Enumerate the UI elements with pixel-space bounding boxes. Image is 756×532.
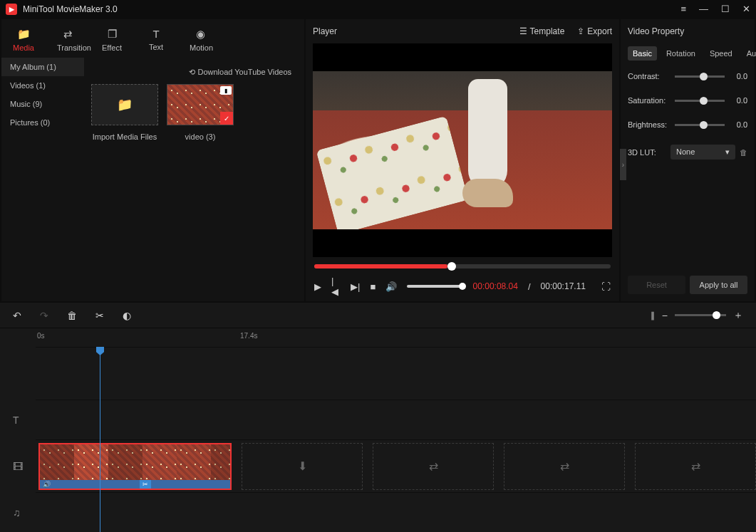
swap-icon: ⇄ — [429, 459, 438, 473]
text-icon: T — [145, 28, 167, 40]
slider-value: 0.0 — [729, 72, 747, 80]
volume-icon[interactable]: 🔊 — [385, 281, 397, 292]
collapse-properties-toggle[interactable]: › — [620, 149, 626, 180]
sidebar-item-3[interactable]: Pictures (0) — [1, 113, 84, 132]
motion-icon: ◉ — [190, 28, 211, 41]
slider-label: Saturation: — [628, 96, 670, 105]
reset-button[interactable]: Reset — [628, 276, 685, 294]
next-frame-button[interactable]: ▶| — [351, 281, 360, 292]
redo-button[interactable]: ↷ — [40, 310, 48, 321]
upload-icon: ⇪ — [577, 26, 584, 36]
import-media-label: Import Media Files — [91, 132, 158, 141]
media-grid: Download YouTube Videos 📁 Import Media F… — [84, 58, 304, 301]
brightness-slider[interactable] — [675, 124, 725, 126]
snap-icon[interactable]: ∥ — [651, 311, 655, 320]
split-button[interactable]: ✂ — [95, 310, 104, 321]
timeline-dropzone[interactable]: ⇄ — [373, 443, 494, 490]
timeline-dropzone[interactable]: ⬇ — [242, 443, 363, 490]
lut-select[interactable]: None ▾ — [670, 145, 735, 160]
tab-media[interactable]: 📁Media — [1, 24, 46, 58]
menu-icon[interactable]: ≡ — [680, 4, 686, 14]
module-tabs: 📁Media⇄Transition❐EffectTText◉Motion — [1, 19, 304, 58]
zoom-in-button[interactable]: ＋ — [733, 309, 743, 322]
prop-tab-rotation[interactable]: Rotation — [661, 46, 700, 61]
prev-frame-button[interactable]: |◀ — [331, 276, 341, 297]
seek-knob[interactable] — [447, 262, 456, 271]
zoom-out-button[interactable]: − — [662, 310, 668, 321]
time-total: 00:00:17.11 — [541, 281, 586, 291]
media-panel: 📁Media⇄Transition❐EffectTText◉Motion My … — [1, 19, 304, 301]
prop-tab-audio[interactable]: Audio — [742, 46, 756, 61]
prop-tab-basic[interactable]: Basic — [628, 46, 657, 61]
media-thumb-label: video (3) — [167, 132, 234, 141]
stop-button[interactable]: ■ — [370, 281, 376, 292]
titlebar: ▶ MiniTool MovieMaker 3.0 ≡ — ☐ ✕ — [0, 0, 756, 18]
video-preview — [313, 43, 612, 257]
folder-icon: 📁 — [117, 97, 133, 113]
volume-slider[interactable] — [407, 285, 462, 288]
overlay-track[interactable] — [36, 347, 756, 400]
swap-icon: ⇄ — [57, 28, 78, 41]
video-track-icon: 🎞 — [13, 461, 23, 472]
playhead[interactable] — [100, 347, 100, 532]
clip-split-marker[interactable]: ✂ — [140, 480, 151, 489]
time-separator: / — [528, 281, 531, 292]
zoom-slider[interactable] — [675, 314, 726, 316]
video-type-icon: ▮ — [220, 86, 232, 95]
contrast-slider[interactable] — [675, 75, 725, 78]
layers-icon: ❐ — [101, 28, 123, 41]
download-icon: ⬇ — [298, 459, 307, 473]
album-sidebar: My Album (1)Videos (1)Music (9)Pictures … — [1, 58, 84, 301]
timeline-dropzone[interactable]: ⇄ — [635, 443, 756, 490]
ruler-label: 0s — [37, 332, 45, 340]
folder-icon: 📁 — [13, 28, 34, 41]
clip-audio-icon: 🔊 — [43, 481, 51, 488]
timeline-toolbar: ↶ ↷ 🗑 ✂ ◐ ∥ − ＋ — [0, 303, 756, 328]
maximize-icon[interactable]: ☐ — [721, 4, 730, 14]
property-title: Video Property — [628, 26, 747, 36]
stack-icon: ☰ — [519, 26, 527, 36]
saturation-slider[interactable] — [675, 100, 725, 102]
app-title: MiniTool MovieMaker 3.0 — [23, 4, 118, 14]
timeline-body: T 🎞 🔊✂ ⬇⇄⇄⇄ ♫ — [0, 347, 756, 532]
seek-bar[interactable] — [314, 264, 611, 268]
media-thumbnail[interactable]: ▮ ✓ — [167, 84, 234, 125]
property-panel: Video Property BasicRotationSpeedAudio C… — [621, 19, 755, 301]
speed-button[interactable]: ◐ — [123, 310, 131, 321]
audio-track[interactable]: ♫ — [36, 492, 756, 532]
apply-all-button[interactable]: Apply to all — [690, 276, 747, 294]
tab-transition[interactable]: ⇄Transition — [46, 24, 90, 58]
video-clip[interactable]: 🔊✂ — [38, 443, 232, 490]
chevron-down-icon: ▾ — [725, 147, 730, 157]
player-panel: Player ☰Template ⇪Export › ▶ |◀ ▶| ■ 🔊 — [306, 19, 619, 301]
import-media-button[interactable]: 📁 — [91, 84, 158, 125]
sidebar-item-2[interactable]: Music (9) — [1, 95, 84, 113]
close-icon[interactable]: ✕ — [742, 4, 750, 14]
tab-motion[interactable]: ◉Motion — [178, 24, 222, 58]
lut-label: 3D LUT: — [628, 148, 666, 157]
sidebar-item-1[interactable]: Videos (1) — [1, 76, 84, 95]
swap-icon: ⇄ — [691, 459, 700, 473]
template-button[interactable]: ☰Template — [519, 26, 565, 36]
text-track[interactable]: T — [36, 400, 756, 439]
timeline-ruler[interactable]: 0s17.4s — [0, 328, 756, 347]
delete-button[interactable]: 🗑 — [67, 310, 77, 321]
tab-effect[interactable]: ❐Effect — [90, 24, 134, 58]
audio-track-icon: ♫ — [13, 507, 21, 518]
text-track-icon: T — [13, 414, 19, 426]
download-youtube-link[interactable]: Download YouTube Videos — [91, 63, 297, 77]
tab-text[interactable]: TText — [134, 24, 178, 58]
timeline-dropzone[interactable]: ⇄ — [504, 443, 625, 490]
video-track[interactable]: 🎞 🔊✂ ⬇⇄⇄⇄ — [36, 439, 756, 492]
play-button[interactable]: ▶ — [314, 281, 321, 292]
fullscreen-button[interactable]: ⛶ — [601, 281, 611, 292]
check-icon: ✓ — [220, 112, 233, 125]
minimize-icon[interactable]: — — [699, 4, 708, 14]
undo-button[interactable]: ↶ — [13, 310, 21, 321]
trash-icon[interactable]: 🗑 — [740, 148, 747, 157]
prop-tab-speed[interactable]: Speed — [705, 46, 737, 61]
sidebar-item-0[interactable]: My Album (1) — [1, 58, 84, 76]
slider-label: Contrast: — [628, 72, 670, 80]
ruler-label: 17.4s — [240, 332, 257, 340]
export-button[interactable]: ⇪Export — [577, 26, 612, 36]
